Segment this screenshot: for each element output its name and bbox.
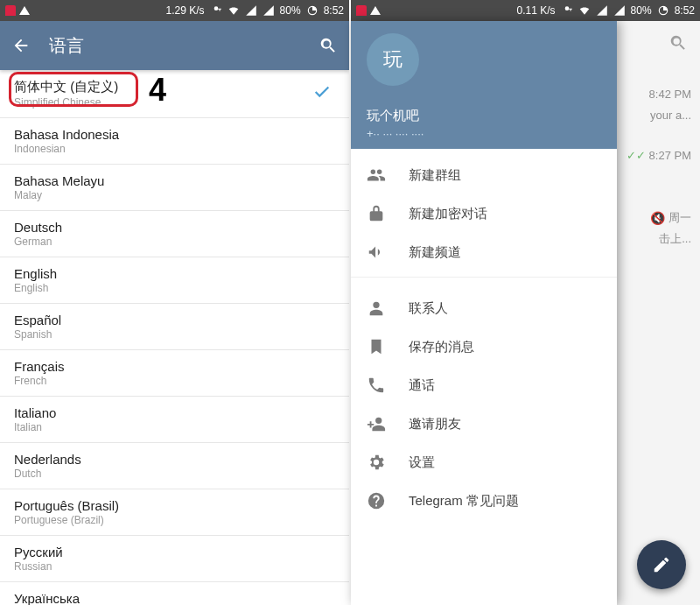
warning-icon xyxy=(19,6,30,15)
language-option[interactable]: EnglishEnglish xyxy=(0,257,349,304)
wifi-icon xyxy=(578,4,591,17)
language-option[interactable]: DeutschGerman xyxy=(0,211,349,257)
status-bar: 1.29 K/s 80% 8:52 xyxy=(0,0,349,21)
chat-snippet: 击上... xyxy=(659,231,691,247)
drawer-item-label: 新建群组 xyxy=(409,167,461,184)
avatar[interactable]: 玩 xyxy=(367,33,419,86)
language-english: Malay xyxy=(14,189,335,201)
status-bar: 0.11 K/s 80% 8:52 xyxy=(351,0,700,21)
language-option[interactable]: Bahasa IndonesiaIndonesian xyxy=(0,118,349,165)
arrow-left-icon xyxy=(11,36,31,55)
chat-snippet: your a... xyxy=(650,109,691,122)
bookmark-icon xyxy=(367,337,386,356)
vpn-key-icon xyxy=(210,4,222,17)
language-native: Bahasa Indonesia xyxy=(14,127,335,142)
pencil-icon xyxy=(652,555,671,574)
language-native: Português (Brasil) xyxy=(14,498,335,513)
language-english: French xyxy=(14,375,335,387)
drawer-menu: 新建群组新建加密对话新建频道联系人保存的消息通话邀请朋友设置Telegram 常… xyxy=(351,149,617,527)
language-native: Bahasa Melayu xyxy=(14,173,335,188)
drawer-item-settings[interactable]: 设置 xyxy=(351,443,617,482)
contact-icon xyxy=(367,299,386,318)
drawer-item-label: 邀请朋友 xyxy=(409,416,461,433)
chats-screen-with-drawer: 0.11 K/s 80% 8:52 8:42 PM your a... ✓✓ 8… xyxy=(351,0,700,605)
search-icon xyxy=(668,33,688,53)
drawer-phone: +·· ··· ···· ···· xyxy=(367,127,424,140)
warning-icon xyxy=(370,6,381,15)
read-ticks-icon: ✓✓ xyxy=(626,149,646,162)
battery-circle-icon xyxy=(657,4,669,17)
drawer-item-label: Telegram 常见问题 xyxy=(409,493,519,510)
clock: 8:52 xyxy=(675,4,695,17)
language-option[interactable]: FrançaisFrench xyxy=(0,350,349,397)
compose-fab[interactable] xyxy=(637,540,686,589)
drawer-username: 玩个机吧 xyxy=(367,108,419,124)
language-english: Simplified Chinese xyxy=(14,96,335,109)
drawer-item-phone[interactable]: 通话 xyxy=(351,366,617,405)
language-option[interactable]: Bahasa MelayuMalay xyxy=(0,165,349,211)
menu-divider xyxy=(351,277,617,289)
navigation-drawer: 玩 玩个机吧 +·· ··· ···· ···· 新建群组新建加密对话新建频道联… xyxy=(351,21,617,605)
language-option[interactable]: NederlandsDutch xyxy=(0,443,349,489)
drawer-item-help[interactable]: Telegram 常见问题 xyxy=(351,482,617,520)
language-native: Українська xyxy=(14,591,335,605)
drawer-item-bookmark[interactable]: 保存的消息 xyxy=(351,327,617,366)
signal-icon xyxy=(596,4,608,17)
language-list: 简体中文 (自定义)Simplified ChineseBahasa Indon… xyxy=(0,70,349,605)
language-option[interactable]: РусскийRussian xyxy=(0,536,349,582)
language-native: Français xyxy=(14,359,335,374)
search-button[interactable] xyxy=(318,35,339,56)
check-icon xyxy=(312,82,332,105)
battery-pct: 80% xyxy=(631,4,652,17)
language-option[interactable]: УкраїнськаUkrainian xyxy=(0,582,349,605)
back-button[interactable] xyxy=(10,35,32,56)
language-native: Русский xyxy=(14,545,335,559)
drawer-item-invite[interactable]: 邀请朋友 xyxy=(351,405,617,443)
chat-time: 8:27 PM xyxy=(649,149,691,162)
drawer-item-label: 保存的消息 xyxy=(409,339,474,355)
language-english: Dutch xyxy=(14,468,335,480)
drawer-item-lock[interactable]: 新建加密对话 xyxy=(351,194,617,233)
shopping-icon xyxy=(356,5,367,16)
net-speed: 1.29 K/s xyxy=(166,4,205,17)
clock: 8:52 xyxy=(324,4,344,17)
signal-icon xyxy=(613,4,626,17)
battery-pct: 80% xyxy=(280,4,301,17)
language-option[interactable]: ItalianoItalian xyxy=(0,397,349,443)
language-english: Italian xyxy=(14,421,335,433)
battery-circle-icon xyxy=(306,4,318,17)
drawer-item-megaphone[interactable]: 新建频道 xyxy=(351,233,617,271)
signal-icon xyxy=(262,4,275,17)
page-title: 语言 xyxy=(49,34,300,58)
drawer-header[interactable]: 玩 玩个机吧 +·· ··· ···· ···· xyxy=(351,21,617,149)
language-option[interactable]: 简体中文 (自定义)Simplified Chinese xyxy=(0,70,349,118)
drawer-item-label: 新建加密对话 xyxy=(409,206,487,222)
drawer-item-label: 通话 xyxy=(409,377,435,394)
annotation-number: 4 xyxy=(149,72,166,109)
wifi-icon xyxy=(228,4,240,17)
drawer-item-group[interactable]: 新建群组 xyxy=(351,156,617,194)
vpn-key-icon xyxy=(561,4,573,17)
language-option[interactable]: EspañolSpanish xyxy=(0,304,349,350)
avatar-letter: 玩 xyxy=(383,46,402,73)
search-icon xyxy=(318,36,338,55)
invite-icon xyxy=(367,414,386,433)
language-native: Nederlands xyxy=(14,452,335,467)
chat-row-peek: 击上... xyxy=(617,215,700,263)
app-bar: 语言 xyxy=(0,21,349,70)
language-native: English xyxy=(14,266,335,281)
drawer-item-contact[interactable]: 联系人 xyxy=(351,289,617,327)
language-settings-screen: 1.29 K/s 80% 8:52 语言 简体中文 (自定义)Simplifie… xyxy=(0,0,349,605)
drawer-item-label: 联系人 xyxy=(409,300,448,317)
language-native: Español xyxy=(14,313,335,327)
language-english: Spanish xyxy=(14,328,335,341)
group-icon xyxy=(367,165,386,185)
chat-row-peek[interactable]: ✓✓ 8:27 PM xyxy=(617,131,700,179)
drawer-item-label: 设置 xyxy=(409,454,435,471)
language-english: Russian xyxy=(14,560,335,573)
lock-icon xyxy=(367,204,386,223)
language-option[interactable]: Português (Brasil)Portuguese (Brazil) xyxy=(0,489,349,536)
search-button[interactable] xyxy=(668,33,688,56)
language-native: 简体中文 (自定义) xyxy=(14,79,335,95)
language-english: German xyxy=(14,236,335,248)
